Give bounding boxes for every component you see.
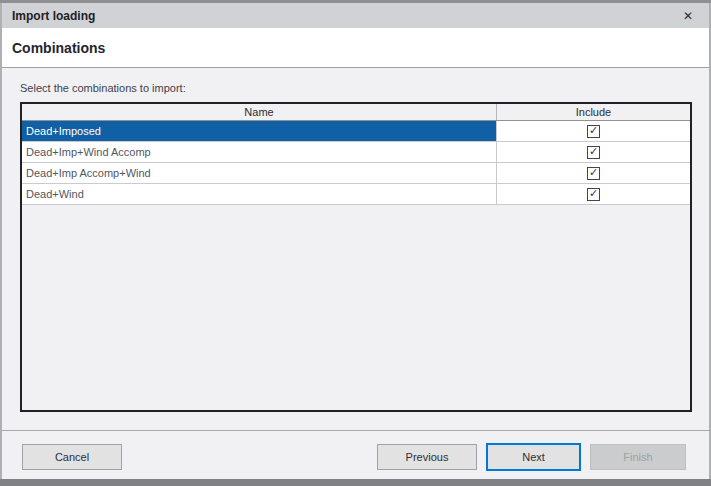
page-title: Combinations [12,40,105,56]
combination-name-cell[interactable]: Dead+Imp Accomp+Wind [22,163,496,183]
include-cell [496,142,690,162]
next-button[interactable]: Next [486,443,581,471]
import-loading-dialog: Import loading ✕ Combinations Select the… [0,0,711,486]
dialog-footer: Cancel Previous Next Finish [2,432,709,479]
table-row: Dead+Imp+Wind Accomp [22,142,690,163]
include-checkbox[interactable] [587,167,600,180]
include-checkbox[interactable] [587,146,600,159]
titlebar: Import loading ✕ [2,3,709,28]
instruction-label: Select the combinations to import: [20,82,186,94]
table-row: Dead+Imposed [22,121,690,142]
combination-name-cell[interactable]: Dead+Imp+Wind Accomp [22,142,496,162]
include-cell [496,163,690,183]
window-title: Import loading [12,9,677,23]
table-header-row: Name Include [22,104,690,121]
cancel-button[interactable]: Cancel [22,444,122,470]
combinations-table: Name Include Dead+Imposed Dead+Imp+Wind … [20,102,692,412]
close-icon[interactable]: ✕ [677,6,699,26]
combination-name-cell[interactable]: Dead+Wind [22,184,496,204]
previous-button[interactable]: Previous [377,444,477,470]
include-checkbox[interactable] [587,125,600,138]
column-header-name[interactable]: Name [22,104,496,120]
include-cell [496,121,690,141]
table-row: Dead+Imp Accomp+Wind [22,163,690,184]
combination-name-cell[interactable]: Dead+Imposed [22,121,496,141]
window-border-bottom [0,479,711,486]
include-cell [496,184,690,204]
column-header-include[interactable]: Include [496,104,690,120]
include-checkbox[interactable] [587,188,600,201]
finish-button: Finish [590,444,686,470]
wizard-step-header: Combinations [2,28,709,68]
dialog-body: Select the combinations to import: Name … [2,69,709,431]
table-row: Dead+Wind [22,184,690,205]
